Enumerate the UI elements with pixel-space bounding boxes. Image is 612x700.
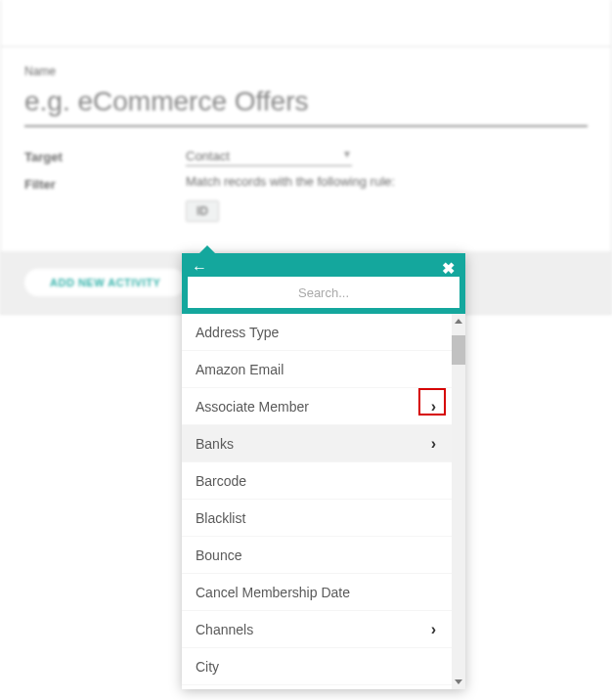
chevron-right-icon[interactable]: ›: [431, 435, 436, 453]
target-label: Target: [24, 147, 186, 166]
list-item-amazon-email[interactable]: Amazon Email: [182, 351, 452, 388]
scrollbar-thumb[interactable]: [452, 335, 465, 365]
chevron-right-icon[interactable]: ›: [431, 621, 436, 638]
filter-row: Filter Match records with the following …: [24, 174, 588, 222]
filter-label: Filter: [24, 174, 186, 222]
list-item-cancel-membership-date[interactable]: Cancel Membership Date: [182, 574, 452, 611]
target-row: Target Contact ▼: [24, 147, 588, 166]
scroll-down-icon[interactable]: [455, 679, 462, 684]
list-item-label: Amazon Email: [196, 362, 284, 377]
filter-value-wrap: Match records with the following rule: I…: [186, 174, 588, 222]
search-input[interactable]: [188, 277, 459, 308]
target-selected: Contact: [186, 149, 230, 163]
list-item-label: Cancel Membership Date: [196, 585, 350, 600]
list-item-bounce[interactable]: Bounce: [182, 537, 452, 574]
scroll-up-icon[interactable]: [455, 319, 462, 324]
filter-field-chip[interactable]: ID: [186, 200, 219, 222]
add-new-activity-button[interactable]: ADD NEW ACTIVITY: [24, 269, 186, 296]
dropdown-list: Address Type Amazon Email Associate Memb…: [182, 314, 465, 689]
list-item-label: Banks: [196, 436, 234, 452]
list-item-label: Channels: [196, 622, 253, 637]
list-item-label: City: [196, 659, 219, 675]
target-value-wrap: Contact ▼: [186, 147, 588, 166]
dropdown-header: ← ✖: [182, 253, 465, 314]
list-item-label: Blacklist: [196, 510, 245, 526]
name-input[interactable]: [24, 82, 588, 127]
list-item-label: Barcode: [196, 473, 246, 489]
name-field: Name: [24, 65, 588, 127]
list-item-blacklist[interactable]: Blacklist: [182, 500, 452, 537]
back-arrow-icon[interactable]: ←: [190, 259, 209, 277]
list-item-associate-member[interactable]: Associate Member ›: [182, 388, 452, 425]
list-item-channels[interactable]: Channels ›: [182, 611, 452, 648]
close-icon[interactable]: ✖: [438, 259, 458, 278]
form-body: Name Target Contact ▼ Filter Match recor…: [1, 47, 611, 222]
top-bar: [1, 0, 611, 47]
list-item-barcode[interactable]: Barcode: [182, 462, 452, 500]
list-item-label: Bounce: [196, 547, 241, 563]
filter-description: Match records with the following rule:: [186, 174, 588, 189]
caret-down-icon: ▼: [342, 149, 352, 159]
field-selector-dropdown: ← ✖ Address Type Amazon Email Associate …: [182, 253, 465, 689]
list-item-city[interactable]: City: [182, 648, 452, 685]
chevron-right-icon[interactable]: ›: [431, 398, 436, 416]
name-label: Name: [24, 65, 588, 78]
list-item-address-type[interactable]: Address Type: [182, 314, 452, 351]
list-item-label: Associate Member: [196, 399, 309, 415]
target-select[interactable]: Contact ▼: [186, 147, 352, 166]
popover-arrow-icon: [199, 245, 215, 253]
list-item-banks[interactable]: Banks ›: [182, 425, 452, 462]
scrollbar-track[interactable]: [452, 314, 465, 689]
list-item-city-of-address[interactable]: City of Address: [182, 685, 452, 689]
list-item-label: Address Type: [196, 325, 279, 340]
